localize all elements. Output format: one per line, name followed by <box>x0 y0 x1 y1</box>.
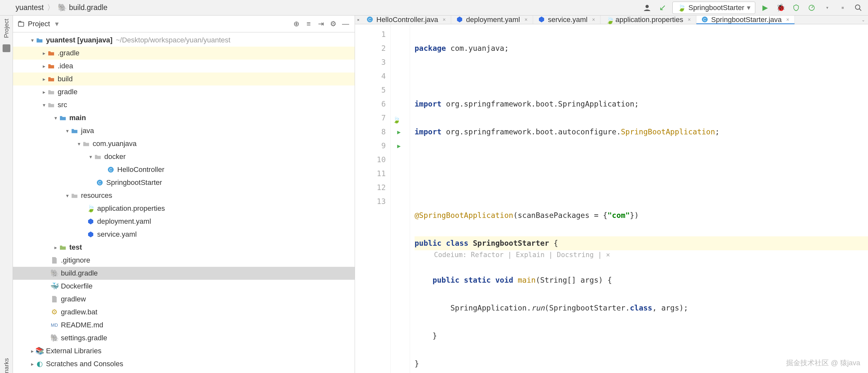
tree-app-props[interactable]: 🍃 application.properties <box>13 202 355 215</box>
tree-gradlew[interactable]: gradlew <box>13 293 355 306</box>
line-number[interactable]: 2 <box>355 41 386 55</box>
project-header: Project ▾ ⊕ ≡ ⇥ ⚙ — <box>13 15 355 32</box>
close-icon[interactable]: × <box>688 17 691 23</box>
tab-hello-controller[interactable]: C HelloController.java× <box>362 15 451 24</box>
navbar: yuantest 〉 🐘 build.gradle ↙ 🍃 Springboot… <box>0 0 868 15</box>
tree-label: settings.gradle <box>61 334 107 342</box>
fold-column[interactable] <box>391 24 410 373</box>
collapse-icon[interactable]: ⇥ <box>316 20 326 29</box>
tree-resources[interactable]: ▾ resources <box>13 189 355 202</box>
svg-text:C: C <box>368 17 371 22</box>
tree-readme[interactable]: MD README.md <box>13 319 355 332</box>
line-number[interactable]: 11 <box>355 167 386 181</box>
tab-overflow-right[interactable]: ⌄ <box>858 15 868 24</box>
close-icon[interactable]: × <box>443 17 446 23</box>
dropdown-icon[interactable]: ▾ <box>822 2 833 13</box>
minimize-icon[interactable]: — <box>341 20 350 29</box>
tree-deploy-yaml[interactable]: deployment.yaml <box>13 215 355 228</box>
elephant-icon: 🐘 <box>51 270 58 277</box>
line-number[interactable]: 8▶ <box>355 125 386 139</box>
line-number[interactable]: 7🍃 <box>355 111 386 125</box>
close-icon[interactable]: × <box>592 17 595 23</box>
scratch-icon: ◐ <box>36 360 43 368</box>
tool-project-tab[interactable]: Project <box>3 19 10 38</box>
tab-label: deployment.yaml <box>466 15 520 24</box>
line-number[interactable]: 6 <box>355 97 386 111</box>
breadcrumb[interactable]: yuantest 〉 🐘 build.gradle <box>0 3 107 12</box>
stop-button[interactable]: ■ <box>837 2 848 13</box>
refresh-arrow-icon[interactable]: ↙ <box>657 2 669 13</box>
tree-root[interactable]: ▾ yuantest [yuanjava] ~/Desktop/workspac… <box>13 34 355 46</box>
close-icon[interactable]: × <box>786 17 789 23</box>
tree-docker[interactable]: ▾ docker <box>13 150 355 163</box>
tree-scratches[interactable]: ▸◐ Scratches and Consoles <box>13 358 355 370</box>
tree-service-yaml[interactable]: service.yaml <box>13 228 355 241</box>
svg-point-0 <box>646 5 649 8</box>
tree-gradle-dir[interactable]: ▸ gradle <box>13 86 355 98</box>
tree-dockerfile[interactable]: 🐳 Dockerfile <box>13 280 355 293</box>
tree-label: src <box>58 101 67 109</box>
tree-build-gradle[interactable]: 🐘 build.gradle <box>13 267 355 280</box>
tree-dot-gradle[interactable]: ▸ .gradle <box>13 46 355 60</box>
tree-package[interactable]: ▾ com.yuanjava <box>13 137 355 150</box>
profile-button[interactable] <box>806 2 817 13</box>
tree-java[interactable]: ▾ java <box>13 124 355 137</box>
run-button[interactable]: ▶ <box>759 2 771 13</box>
expand-icon[interactable]: ≡ <box>304 20 313 29</box>
project-tree[interactable]: ▾ yuantest [yuanjava] ~/Desktop/workspac… <box>13 32 355 373</box>
locate-icon[interactable]: ⊕ <box>292 20 301 29</box>
line-number[interactable]: 12 <box>355 181 386 195</box>
code-area[interactable]: 1 2 3 4 5 6 7🍃 8▶ 9▶ 10 11 12 13 package… <box>355 24 868 373</box>
tab-deployment-yaml[interactable]: deployment.yaml× <box>451 15 533 24</box>
codeium-hint[interactable]: Codeium: Refactor | Explain | Docstring … <box>414 250 868 259</box>
tree-label: resources <box>81 191 113 200</box>
tree-settings-gradle[interactable]: 🐘 settings.gradle <box>13 332 355 344</box>
tool-bookmarks-tab[interactable]: narks <box>3 358 10 373</box>
tab-overflow-left[interactable]: × <box>355 15 362 24</box>
tree-main[interactable]: ▾ main <box>13 112 355 124</box>
tree-label: deployment.yaml <box>97 217 151 226</box>
tree-dot-idea[interactable]: ▸ .idea <box>13 60 355 72</box>
tab-service-yaml[interactable]: service.yaml× <box>533 15 601 24</box>
spring-leaf-icon: 🍃 <box>677 4 686 12</box>
line-number[interactable]: 5 <box>355 83 386 97</box>
run-config-selector[interactable]: 🍃 SpringbootStarter ▾ <box>672 2 755 14</box>
search-icon[interactable] <box>852 2 864 13</box>
tree-gradlew-bat[interactable]: ⚙ gradlew.bat <box>13 306 355 319</box>
line-gutter[interactable]: 1 2 3 4 5 6 7🍃 8▶ 9▶ 10 11 12 13 <box>355 24 391 373</box>
kube-icon <box>456 16 463 23</box>
user-icon[interactable] <box>641 2 653 13</box>
tree-springboot-starter[interactable]: C SpringbootStarter <box>13 176 355 189</box>
tree-root-path: ~/Desktop/workspace/yuan/yuantest <box>116 36 230 44</box>
tree-ext-libs[interactable]: ▸📚 External Libraries <box>13 344 355 358</box>
line-number[interactable]: 10 <box>355 153 386 167</box>
chevron-down-icon[interactable]: ▾ <box>55 20 59 28</box>
code-body[interactable]: package com.yuanjava; import org.springf… <box>410 24 868 373</box>
tree-label: service.yaml <box>97 230 137 239</box>
breadcrumb-root[interactable]: yuantest <box>16 3 44 12</box>
tab-application-properties[interactable]: 🍃 application.properties× <box>600 15 696 24</box>
tree-label: application.properties <box>97 204 165 213</box>
tree-hello-controller[interactable]: C HelloController <box>13 163 355 176</box>
line-number[interactable]: 3 <box>355 55 386 69</box>
tree-label: docker <box>104 153 126 161</box>
close-icon[interactable]: × <box>524 17 527 23</box>
tab-springboot-starter[interactable]: C SpringbootStarter.java× <box>696 15 795 24</box>
tree-src[interactable]: ▾ src <box>13 98 355 112</box>
tool-icon[interactable] <box>3 44 10 52</box>
editor: × C HelloController.java× deployment.yam… <box>355 15 868 373</box>
line-number[interactable]: 9▶ <box>355 139 386 153</box>
line-number[interactable]: 4 <box>355 69 386 83</box>
gear-icon[interactable]: ⚙ <box>329 20 338 29</box>
kube-icon <box>87 218 95 225</box>
breadcrumb-file[interactable]: build.gradle <box>69 3 107 12</box>
line-number[interactable]: 1 <box>355 28 386 41</box>
tree-gitignore[interactable]: .gitignore <box>13 254 355 267</box>
tree-build[interactable]: ▸ build <box>13 72 355 86</box>
tree-test[interactable]: ▸ test <box>13 241 355 254</box>
coverage-button[interactable] <box>790 2 802 13</box>
file-icon <box>51 295 58 303</box>
debug-button[interactable]: 🐞 <box>775 2 786 13</box>
line-number[interactable]: 13 <box>355 195 386 209</box>
class-c-icon: C <box>367 16 374 23</box>
